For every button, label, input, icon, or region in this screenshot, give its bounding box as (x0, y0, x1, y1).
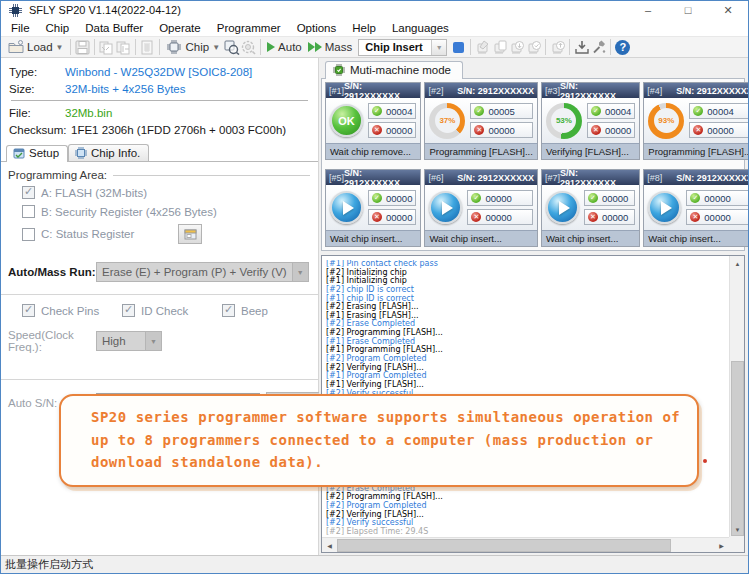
menu-options[interactable]: Options (289, 22, 345, 34)
file-label: File: (9, 107, 65, 119)
machine-card-header: [#5]S/N: 2912XXXXXX (326, 170, 420, 185)
menu-file[interactable]: File (3, 22, 38, 34)
horizontal-scroll-thumb[interactable] (337, 539, 671, 552)
tab-chip-info[interactable]: Chip Info. (68, 144, 149, 161)
tab-setup-label: Setup (29, 147, 59, 159)
toolbar-separator (70, 39, 71, 55)
pass-icon: ✓ (588, 193, 598, 203)
menu-chip[interactable]: Chip (38, 22, 78, 34)
machine-card-body: 93%✓00004✕00000 (644, 98, 749, 143)
pass-icon: ✓ (372, 193, 382, 203)
setup-tab-content: Programming Area: A: FLASH (32M-bits) B:… (1, 161, 318, 555)
progress-ring: 37% (429, 103, 465, 139)
pass-count: 00004 (386, 106, 412, 117)
vertical-scroll-thumb[interactable] (731, 361, 744, 536)
play-icon (267, 42, 275, 52)
machine-card: [#7]S/N: 2912XXXXXX✓00000✕00000Wait chip… (541, 169, 640, 247)
checkbox-id-check[interactable] (122, 304, 135, 317)
fail-icon: ✕ (693, 125, 703, 135)
erase-chip-button[interactable] (474, 39, 491, 56)
fail-icon: ✕ (588, 212, 598, 222)
start-button[interactable] (648, 191, 681, 224)
help-button[interactable]: ? (614, 39, 631, 56)
auto-mass-run-select[interactable]: Erase (E) + Program (P) + Verify (V) ▼ (96, 262, 309, 282)
start-button[interactable] (330, 191, 363, 224)
stop-button[interactable] (450, 39, 467, 56)
machine-id: [#7] (545, 173, 560, 183)
read-chip-button[interactable] (549, 39, 566, 56)
menu-help[interactable]: Help (344, 22, 384, 34)
programming-area-label: Programming Area: (1, 162, 318, 183)
status-register-edit-button[interactable] (178, 224, 202, 244)
scroll-right-arrow[interactable]: ▶ (714, 538, 729, 553)
download-project-button[interactable] (573, 39, 590, 56)
open-folder-icon (7, 39, 24, 56)
speed-row: Speed(Clock Freq.): High ▼ (1, 329, 318, 353)
chip-info-summary: Type: Winbond - W25Q32DW [SOIC8-208] Siz… (1, 58, 318, 140)
checkbox-check-pins[interactable] (22, 304, 35, 317)
log-vertical-scrollbar[interactable]: ▲ ▼ (729, 256, 744, 537)
log-horizontal-scrollbar[interactable]: ◀ ▶ (322, 537, 729, 552)
load-label: Load (27, 41, 53, 53)
pass-count-box: ✓00000 (584, 190, 635, 206)
menu-languages[interactable]: Languages (384, 22, 457, 34)
buffer-copy-button[interactable] (115, 39, 132, 56)
machine-card-header: [#3]S/N: 2912XXXXXX (542, 83, 639, 98)
mass-run-button[interactable]: Mass (305, 40, 355, 54)
machine-card-body: 53%✓00004✕00000 (542, 98, 639, 143)
start-button[interactable] (429, 191, 462, 224)
tab-multi-machine-mode[interactable]: Muti-machine mode (325, 61, 463, 79)
chevron-down-icon: ▼ (292, 263, 308, 281)
binary-file-button[interactable] (139, 39, 156, 56)
checkbox-beep[interactable] (222, 304, 235, 317)
start-button[interactable] (546, 191, 579, 224)
minimize-button[interactable]: – (628, 1, 668, 19)
machine-card: [#3]S/N: 2912XXXXXX53%✓00004✕00000Verify… (541, 82, 640, 160)
chip-select-button[interactable]: Chip ▼ (163, 38, 224, 57)
speed-label: Speed(Clock Freq.): (8, 329, 96, 353)
fail-count-box: ✕00000 (587, 122, 635, 138)
speed-select[interactable]: High ▼ (96, 331, 162, 351)
save-button[interactable] (74, 39, 91, 56)
checkbox-flash[interactable] (22, 186, 35, 199)
verify-chip-button[interactable] (525, 39, 542, 56)
options-row: Check Pins ID Check Beep (1, 304, 318, 317)
machine-card: [#8]S/N: 2912XXXXXX✓00000✕00000Wait chip… (643, 169, 749, 247)
machine-card-header: [#1]S/N: 2912XXXXXX (326, 83, 420, 98)
machine-card: [#2]S/N: 2912XXXXXX37%✓00005✕00000Progra… (424, 82, 537, 160)
menu-data-buffer[interactable]: Data Buffer (77, 22, 151, 34)
buffer-swap-button[interactable] (98, 39, 115, 56)
machine-counts: ✓00000✕00000 (584, 190, 635, 225)
chip-auto-detect-button[interactable] (240, 39, 257, 56)
program-chip-button[interactable] (508, 39, 525, 56)
checkbox-status-register[interactable] (22, 228, 35, 241)
chip-search-button[interactable] (223, 39, 240, 56)
checkbox-security-register[interactable] (22, 205, 35, 218)
fail-icon: ✕ (474, 125, 484, 135)
machine-grid: [#1]S/N: 2912XXXXXXOK✓00004✕00000Wait ch… (321, 78, 745, 251)
run-mode-select[interactable]: Chip Insert ▼ (358, 39, 447, 56)
mass-label: Mass (325, 41, 352, 53)
scroll-left-arrow[interactable]: ◀ (322, 538, 337, 553)
chip-label: Chip (186, 41, 210, 53)
scroll-up-arrow[interactable]: ▲ (730, 256, 745, 271)
menu-operate[interactable]: Operate (151, 22, 209, 34)
machine-status: Wait chip insert... (542, 230, 639, 246)
menu-programmer[interactable]: Programmer (209, 22, 289, 34)
checksum-label: Checksum: (9, 124, 71, 136)
pass-count: 00000 (485, 193, 511, 204)
run-mode-value: Chip Insert (359, 41, 431, 53)
close-button[interactable]: ✕ (708, 1, 748, 19)
machine-card-header: [#4]S/N: 2912XXXXXX (644, 83, 749, 98)
check-pins-label: Check Pins (41, 305, 99, 317)
tools-button[interactable] (590, 39, 607, 56)
scroll-down-arrow[interactable]: ▼ (730, 522, 745, 537)
blank-check-button[interactable] (491, 39, 508, 56)
machine-status: Programming [FLASH]... (644, 143, 749, 159)
load-button[interactable]: Load ▼ (4, 38, 67, 57)
pass-count-box: ✓00005 (470, 103, 532, 119)
pass-icon: ✓ (372, 106, 382, 116)
maximize-button[interactable]: □ (668, 1, 708, 19)
tab-setup[interactable]: Setup (6, 145, 68, 162)
auto-run-button[interactable]: Auto (264, 40, 305, 54)
